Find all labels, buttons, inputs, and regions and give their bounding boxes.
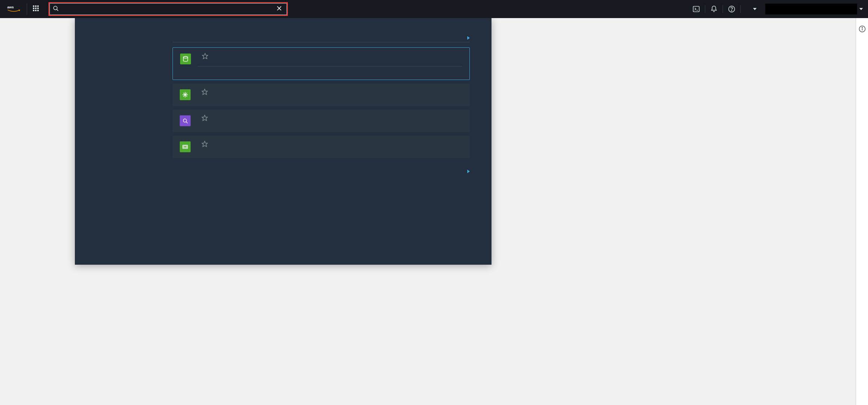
global-search: [48, 2, 288, 16]
divider: [173, 42, 470, 42]
panel-body: [75, 36, 492, 265]
svg-rect-1: [33, 5, 34, 7]
snow-family-service-icon: [180, 141, 191, 152]
service-result-snow-family[interactable]: [173, 136, 470, 158]
see-all-services-link[interactable]: [466, 36, 470, 40]
s3-service-icon: [180, 54, 191, 64]
info-panel-rail: [856, 18, 868, 405]
top-nav: aws: [0, 0, 868, 18]
svg-rect-6: [37, 8, 39, 9]
see-all-features-link[interactable]: [466, 170, 470, 173]
cloudshell-icon: [693, 5, 700, 13]
triangle-right-icon: [467, 36, 470, 40]
grid-icon: [33, 5, 39, 13]
star-icon: [202, 53, 208, 59]
search-input[interactable]: [59, 6, 275, 12]
svg-point-33: [862, 27, 863, 28]
result-category-sidebar: [75, 36, 173, 265]
svg-marker-27: [202, 115, 208, 121]
star-icon: [201, 89, 208, 95]
service-title-row: [197, 53, 462, 61]
svg-rect-3: [37, 5, 39, 7]
svg-rect-4: [33, 8, 34, 9]
svg-rect-7: [33, 10, 34, 11]
caret-down-icon: [859, 8, 863, 10]
aws-logo[interactable]: aws: [5, 3, 27, 15]
search-results-panel: [75, 18, 492, 265]
service-result-s3[interactable]: [173, 47, 470, 80]
sidebar-item-blogs[interactable]: [92, 49, 173, 56]
info-panel-toggle[interactable]: [859, 25, 866, 405]
help-icon: [728, 5, 735, 13]
top-features-heading: [197, 66, 462, 71]
sidebar-item-documentation[interactable]: [92, 56, 173, 62]
caret-down-icon: [753, 8, 757, 10]
svg-marker-24: [202, 89, 208, 95]
svg-rect-5: [35, 8, 37, 9]
notifications-button[interactable]: [705, 0, 723, 18]
cloudshell-button[interactable]: [688, 0, 705, 18]
service-result-s3-glacier[interactable]: [173, 84, 470, 106]
features-section: [173, 170, 470, 173]
sidebar-item-marketplace[interactable]: [92, 82, 173, 88]
services-menu-button[interactable]: [27, 0, 48, 18]
svg-text:aws: aws: [7, 5, 14, 9]
star-icon: [201, 115, 208, 121]
search-results-title: [152, 27, 492, 36]
svg-point-18: [183, 56, 188, 58]
close-icon: [276, 5, 282, 11]
service-title-row: [197, 115, 463, 123]
svg-marker-19: [203, 54, 208, 59]
svg-rect-29: [184, 146, 187, 148]
region-selector[interactable]: [741, 0, 763, 18]
sidebar-item-knowledge-articles[interactable]: [92, 62, 173, 69]
info-icon: [859, 25, 866, 33]
services-section-header: [173, 36, 470, 40]
search-clear-button[interactable]: [275, 4, 284, 14]
search-icon: [53, 5, 59, 13]
service-body: [197, 141, 463, 152]
results-main: [173, 36, 492, 265]
athena-service-icon: [180, 115, 191, 126]
sidebar-item-tutorials[interactable]: [92, 69, 173, 75]
features-section-header: [173, 170, 470, 173]
favorite-star-button[interactable]: [201, 141, 208, 149]
service-result-athena[interactable]: [173, 110, 470, 132]
sidebar-item-events[interactable]: [92, 75, 173, 82]
aws-logo-icon: aws: [7, 5, 20, 13]
svg-line-26: [186, 122, 188, 123]
sidebar-item-features[interactable]: [92, 43, 173, 49]
svg-rect-8: [35, 10, 37, 11]
service-body: [197, 115, 463, 126]
help-button[interactable]: [723, 0, 740, 18]
bell-icon: [710, 5, 718, 13]
favorite-star-button[interactable]: [201, 115, 208, 123]
star-icon: [201, 141, 208, 147]
svg-marker-30: [202, 141, 208, 147]
service-body: [197, 89, 463, 100]
nav-right: [688, 0, 863, 18]
service-title-row: [197, 141, 463, 149]
service-title-row: [197, 89, 463, 97]
svg-line-11: [57, 9, 58, 10]
account-menu[interactable]: [765, 4, 857, 14]
svg-point-17: [731, 10, 732, 11]
service-body: [197, 53, 462, 74]
triangle-right-icon: [467, 170, 470, 173]
favorite-star-button[interactable]: [201, 89, 208, 97]
s3-glacier-service-icon: [180, 89, 191, 100]
svg-rect-2: [35, 5, 37, 7]
favorite-star-button[interactable]: [202, 53, 208, 61]
svg-point-10: [54, 6, 57, 10]
svg-rect-9: [37, 10, 39, 11]
global-search-inner: [50, 3, 287, 15]
sidebar-item-services[interactable]: [92, 36, 173, 43]
